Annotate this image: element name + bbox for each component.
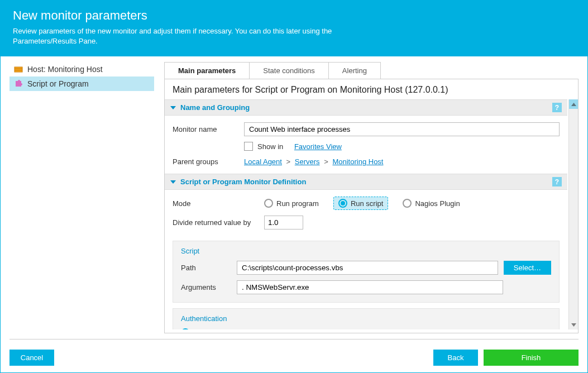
- wizard-footer: Cancel Back Finish: [9, 339, 579, 366]
- script-title: Script: [181, 247, 551, 255]
- show-in-label: Show in: [257, 142, 283, 151]
- mode-label: Mode: [173, 199, 264, 208]
- mode-nagios-radio[interactable]: Nagios Plugin: [403, 199, 460, 208]
- script-path-input[interactable]: [237, 261, 498, 275]
- help-button[interactable]: ?: [552, 103, 562, 112]
- radio-label: Domain, user name and password are defin…: [193, 329, 476, 329]
- cancel-button[interactable]: Cancel: [9, 350, 54, 366]
- radio-label: Run script: [351, 199, 384, 208]
- caret-down-icon: [170, 106, 176, 109]
- mode-radio-group: Run program Run script Nagios Plugin: [264, 197, 460, 210]
- wizard-subtitle: Review parameters of the new monitor and…: [13, 26, 370, 46]
- svg-rect-0: [15, 67, 22, 72]
- wizard-sidebar: Host: Monitoring Host Script or Program: [9, 62, 154, 333]
- radio-label: Nagios Plugin: [415, 199, 460, 208]
- parent-groups-breadcrumb: Local Agent > Servers > Monitoring Host: [244, 157, 383, 166]
- host-icon: [14, 65, 23, 74]
- script-arguments-input[interactable]: [237, 280, 503, 294]
- tab-bar: Main parameters State conditions Alertin…: [164, 62, 579, 79]
- sidebar-item-script[interactable]: Script or Program: [9, 76, 154, 91]
- path-label: Path: [181, 264, 231, 272]
- show-in-favorites-checkbox[interactable]: [244, 142, 253, 151]
- scroll-down-arrow-icon[interactable]: [569, 320, 578, 329]
- section-title: Script or Program Monitor Definition: [180, 178, 306, 186]
- vertical-scrollbar[interactable]: [568, 99, 578, 329]
- sidebar-item-label: Script or Program: [27, 79, 89, 88]
- mode-run-script-radio[interactable]: Run script: [333, 197, 389, 210]
- parent-groups-label: Parent groups: [173, 157, 244, 166]
- wizard-window: New monitor parameters Review parameters…: [0, 0, 588, 373]
- tab-main-parameters[interactable]: Main parameters: [164, 62, 250, 79]
- select-path-button[interactable]: Select…: [504, 261, 551, 275]
- authentication-subsection: Authentication Domain, user name and pas…: [173, 308, 560, 329]
- section-header-name-grouping[interactable]: Name and Grouping ?: [165, 99, 567, 116]
- divide-label: Divide returned value by: [173, 218, 264, 227]
- breadcrumb-monitoring-host[interactable]: Monitoring Host: [332, 157, 383, 166]
- main-area: Main parameters State conditions Alertin…: [164, 62, 579, 333]
- mode-run-program-radio[interactable]: Run program: [264, 199, 319, 208]
- sidebar-item-host[interactable]: Host: Monitoring Host: [9, 62, 154, 76]
- wizard-header: New monitor parameters Review parameters…: [1, 1, 587, 56]
- breadcrumb-local-agent[interactable]: Local Agent: [244, 157, 282, 166]
- wizard-body: Host: Monitoring Host Script or Program …: [1, 56, 587, 333]
- monitor-name-label: Monitor name: [173, 125, 244, 133]
- authentication-title: Authentication: [181, 314, 551, 323]
- puzzle-icon: [14, 79, 23, 88]
- scroll-up-arrow-icon[interactable]: [569, 99, 578, 109]
- section-body-name-grouping: Monitor name Show in Favorites View: [165, 116, 567, 174]
- breadcrumb-sep: >: [286, 157, 291, 166]
- breadcrumb-sep: >: [324, 157, 328, 166]
- divide-value-input[interactable]: [264, 216, 303, 229]
- script-subsection: Script Path Select… Arguments: [173, 241, 560, 303]
- radio-label: Run program: [276, 199, 319, 208]
- help-button[interactable]: ?: [552, 177, 562, 187]
- wizard-title: New monitor parameters: [13, 8, 575, 23]
- monitor-name-input[interactable]: [244, 122, 560, 136]
- auth-windows-credentials-radio[interactable]: Domain, user name and password are defin…: [181, 328, 551, 329]
- section-body-definition: Mode Run program Run script: [165, 190, 567, 236]
- panel-title: Main parameters for Script or Program on…: [165, 85, 578, 99]
- main-panel: Main parameters for Script or Program on…: [164, 79, 579, 333]
- finish-button[interactable]: Finish: [484, 350, 579, 366]
- section-title: Name and Grouping: [180, 103, 250, 112]
- scroll-area[interactable]: Name and Grouping ? Monitor name: [165, 99, 578, 329]
- tab-alerting[interactable]: Alerting: [328, 62, 381, 79]
- sidebar-item-label: Host: Monitoring Host: [27, 65, 103, 74]
- back-button[interactable]: Back: [433, 350, 478, 366]
- caret-down-icon: [170, 180, 176, 184]
- tab-state-conditions[interactable]: State conditions: [249, 62, 329, 79]
- arguments-label: Arguments: [181, 283, 231, 291]
- favorites-view-link[interactable]: Favorites View: [294, 142, 342, 151]
- section-header-definition[interactable]: Script or Program Monitor Definition ?: [165, 174, 567, 190]
- breadcrumb-servers[interactable]: Servers: [295, 157, 320, 166]
